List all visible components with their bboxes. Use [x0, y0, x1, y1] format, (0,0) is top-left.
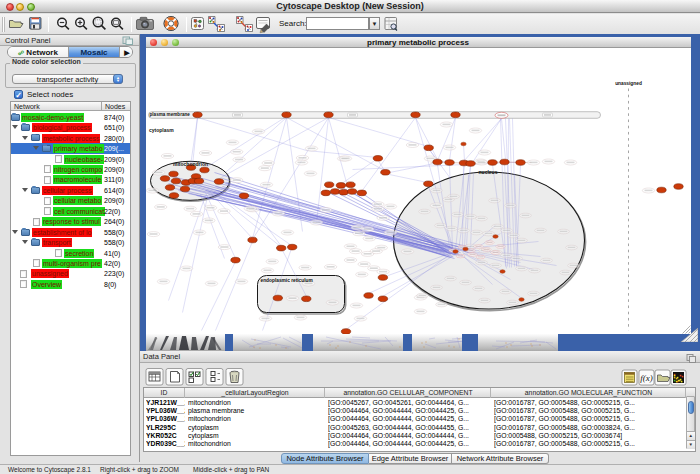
svg-text:endoplasmic reticulum: endoplasmic reticulum: [260, 278, 312, 283]
svg-text:mitochondrion: mitochondrion: [173, 161, 208, 167]
svg-text:unassigned: unassigned: [615, 80, 642, 85]
svg-text:cytoplasm: cytoplasm: [149, 127, 174, 133]
svg-text:nucleus: nucleus: [478, 169, 497, 175]
svg-text:f(x): f(x): [640, 373, 653, 383]
svg-text:plasma membrane: plasma membrane: [149, 111, 190, 116]
